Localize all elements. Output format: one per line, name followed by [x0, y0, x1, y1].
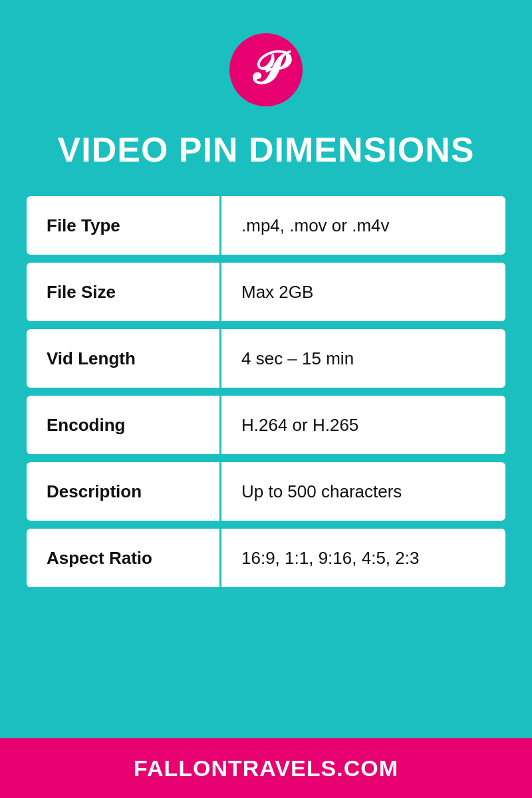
table-row: File Type.mp4, .mov or .m4v	[27, 196, 505, 255]
table-row: EncodingH.264 or H.265	[27, 396, 505, 454]
cell-value-4: Up to 500 characters	[221, 462, 505, 521]
cell-label-0: File Type	[27, 196, 219, 255]
table-row: File SizeMax 2GB	[27, 263, 505, 321]
cell-label-1: File Size	[27, 263, 219, 321]
pinterest-icon: 𝒫	[250, 46, 282, 91]
table-row: DescriptionUp to 500 characters	[27, 462, 505, 521]
cell-label-5: Aspect Ratio	[27, 529, 219, 587]
cell-label-3: Encoding	[27, 396, 219, 454]
pinterest-logo: 𝒫	[229, 33, 303, 106]
cell-value-1: Max 2GB	[221, 263, 505, 321]
cell-value-2: 4 sec – 15 min	[221, 329, 505, 388]
footer-url: FALLONTRAVELS.COM	[134, 755, 398, 781]
cell-label-2: Vid Length	[27, 329, 219, 388]
cell-value-0: .mp4, .mov or .m4v	[221, 196, 505, 255]
table-row: Aspect Ratio16:9, 1:1, 9:16, 4:5, 2:3	[27, 529, 505, 587]
cell-value-3: H.264 or H.265	[221, 396, 505, 454]
cell-label-4: Description	[27, 462, 219, 521]
footer: FALLONTRAVELS.COM	[0, 738, 532, 798]
page-container: 𝒫 VIDEO PIN DIMENSIONS File Type.mp4, .m…	[0, 0, 532, 798]
cell-value-5: 16:9, 1:1, 9:16, 4:5, 2:3	[221, 529, 505, 587]
table-row: Vid Length4 sec – 15 min	[27, 329, 505, 388]
page-title: VIDEO PIN DIMENSIONS	[58, 130, 475, 170]
dimensions-table: File Type.mp4, .mov or .m4vFile SizeMax …	[27, 196, 505, 595]
